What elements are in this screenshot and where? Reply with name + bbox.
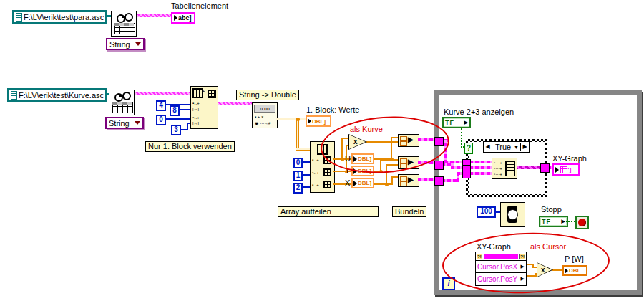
string-to-number-node[interactable]: n.nn ▪.+ ×. ◉ ⋯→# bbox=[252, 102, 278, 128]
bracket: ] bbox=[323, 118, 326, 125]
bundle-arrow-icon: ▶ bbox=[408, 176, 414, 183]
property-cursor-posx[interactable]: Cursor.PosX ▶ bbox=[476, 261, 526, 273]
property-node-bar bbox=[484, 254, 519, 259]
property-name: Cursor.PosY bbox=[477, 275, 517, 283]
terminal-arrow-icon bbox=[353, 168, 357, 174]
kurve23-boolean-control[interactable]: TF ▶ bbox=[442, 117, 471, 128]
loop-tunnel-3[interactable] bbox=[434, 176, 444, 186]
multiply-glyph: x bbox=[541, 266, 545, 274]
case-tunnel-out[interactable] bbox=[540, 163, 550, 173]
terminal-arrow-icon bbox=[565, 268, 568, 274]
array-icon bbox=[505, 161, 515, 176]
xy-graph-property-node[interactable]: ?! ?! Cursor.PosX ▶ Cursor.PosY ▶ bbox=[475, 252, 527, 286]
wire-x-b2 bbox=[386, 164, 399, 166]
comment-buendeln: Bündeln bbox=[392, 206, 426, 217]
glasses-icon bbox=[125, 13, 133, 22]
read-arrow-icon: ▶ bbox=[521, 276, 525, 282]
loop-tunnel-1[interactable] bbox=[434, 137, 444, 146]
read-arrow-icon: ▶ bbox=[521, 264, 525, 269]
property-node-label: XY-Graph bbox=[477, 243, 511, 251]
case-selector[interactable]: ◀ True ▼ ▶ bbox=[483, 141, 530, 153]
numeric-constant-8[interactable]: 8 bbox=[170, 105, 180, 116]
cluster-icon bbox=[400, 141, 407, 146]
dbl-icon: DBL bbox=[358, 168, 369, 174]
array-icon bbox=[323, 168, 331, 176]
loop-tunnel-2[interactable] bbox=[434, 161, 444, 170]
wire-case2 bbox=[469, 166, 492, 169]
array-icon bbox=[208, 90, 216, 98]
case-selector-terminal[interactable]: ? bbox=[464, 143, 473, 154]
wire-2d-dbl-v bbox=[296, 118, 299, 149]
terminal-arrow-icon bbox=[308, 118, 311, 124]
index-constant-0[interactable]: 0 bbox=[293, 158, 303, 168]
case-prev-icon[interactable]: ◀ bbox=[484, 143, 492, 151]
bundle-node-3[interactable]: ▶ bbox=[398, 174, 419, 187]
terminal-arrow-icon bbox=[555, 167, 559, 173]
block-werte-indicator[interactable]: DBL] bbox=[306, 115, 331, 127]
build-array-node[interactable]: ▫⋯+ ▫⋯+ ▫⋯+ bbox=[492, 158, 517, 179]
wire-in1b bbox=[444, 139, 447, 163]
read-spreadsheet-vi-2[interactable] bbox=[109, 90, 135, 115]
wait-ms-constant[interactable]: 100 bbox=[477, 206, 496, 218]
type-selector-label: String bbox=[109, 40, 130, 49]
numeric-constant-4[interactable]: 4 bbox=[156, 100, 166, 111]
help-icon: ?! bbox=[519, 254, 525, 259]
index-glyph: ▪‥+ bbox=[312, 158, 319, 162]
x-indicator[interactable]: DBL] bbox=[351, 178, 374, 188]
property-cursor-posy[interactable]: Cursor.PosY ▶ bbox=[476, 273, 526, 285]
xy-graph-indicator[interactable]: :] bbox=[552, 163, 580, 176]
wire-idx0 bbox=[302, 161, 310, 163]
labview-block-diagram: F:\LV\erik\test\para.asc String Tabellen… bbox=[0, 0, 644, 301]
terminal-arrow-icon bbox=[353, 156, 357, 162]
bundle-node-2[interactable]: ▶ bbox=[398, 156, 419, 169]
wire-mult-out bbox=[366, 141, 399, 143]
array-subset-node[interactable]: + ▪‥+ |↔| ▪‥+ |↔| bbox=[190, 86, 218, 129]
bundle-arrow-icon: ▶ bbox=[408, 158, 414, 166]
numeric-constant-0[interactable]: 0 bbox=[156, 115, 166, 125]
als-kurve-label: als Kurve bbox=[350, 125, 383, 133]
loop-iteration-terminal[interactable]: i bbox=[442, 277, 455, 290]
type-selector-string-2[interactable]: String bbox=[105, 117, 144, 129]
wire-string-array2 bbox=[134, 92, 191, 95]
wait-until-next-ms-node[interactable] bbox=[500, 202, 525, 227]
type-selector-string-1[interactable]: String bbox=[106, 38, 145, 50]
index-glyph: ▪‥+ bbox=[312, 171, 319, 175]
index-constant-1[interactable]: 1 bbox=[293, 171, 303, 181]
table-element-indicator[interactable]: abc] bbox=[171, 12, 195, 24]
case-tunnel-3[interactable] bbox=[462, 171, 471, 178]
annotation-ellipse-kurve bbox=[318, 113, 451, 177]
element-glyph: ▫⋯+ bbox=[494, 166, 502, 171]
path-type-icon bbox=[16, 13, 22, 22]
path-constant-kurve[interactable]: F:\LV\erik\test\Kurve.asc bbox=[7, 88, 107, 102]
label-u: U bbox=[345, 155, 351, 163]
loop-condition-terminal[interactable] bbox=[575, 216, 589, 229]
wire-string-array3 bbox=[217, 102, 253, 105]
index-constant-2[interactable]: 2 bbox=[293, 183, 303, 194]
length-glyph: |↔| bbox=[192, 121, 199, 125]
pw-indicator[interactable]: DBL bbox=[562, 265, 587, 276]
multiply-node[interactable] bbox=[348, 134, 367, 150]
read-spreadsheet-vi-1[interactable] bbox=[111, 11, 137, 37]
index-array-node[interactable]: ▪‥+ ▪‥+ ▪‥+ bbox=[310, 141, 335, 193]
cluster-icon bbox=[400, 158, 407, 163]
spreadsheet-header bbox=[112, 102, 132, 105]
wire-junction bbox=[390, 158, 394, 161]
case-next-icon[interactable]: ▶ bbox=[520, 143, 529, 151]
element-glyph: ▫⋯+ bbox=[494, 172, 502, 176]
path-constant-para[interactable]: F:\LV\erik\test\para.asc bbox=[12, 10, 107, 24]
dbl-icon: DBL bbox=[569, 267, 580, 274]
terminal-arrow-icon bbox=[353, 181, 357, 186]
bundle-node-1[interactable]: ▶ bbox=[398, 134, 419, 147]
property-name: Cursor.PosX bbox=[477, 263, 517, 271]
stopp-boolean-control[interactable]: TF ▶ bbox=[539, 216, 568, 227]
wire-mult-in1h bbox=[341, 138, 349, 139]
array-2d-icon bbox=[317, 144, 328, 155]
numeric-constant-3[interactable]: 3 bbox=[171, 125, 181, 135]
array-icon bbox=[323, 156, 331, 164]
i-indicator[interactable]: DBL] bbox=[351, 166, 374, 176]
u-indicator[interactable]: DBL] bbox=[351, 153, 374, 164]
stopp-label: Stopp bbox=[541, 206, 562, 214]
path-constant-para-text: F:\LV\erik\test\para.asc bbox=[24, 13, 104, 22]
dbl-icon: DBL bbox=[358, 156, 369, 162]
glasses-bridge bbox=[119, 95, 123, 97]
